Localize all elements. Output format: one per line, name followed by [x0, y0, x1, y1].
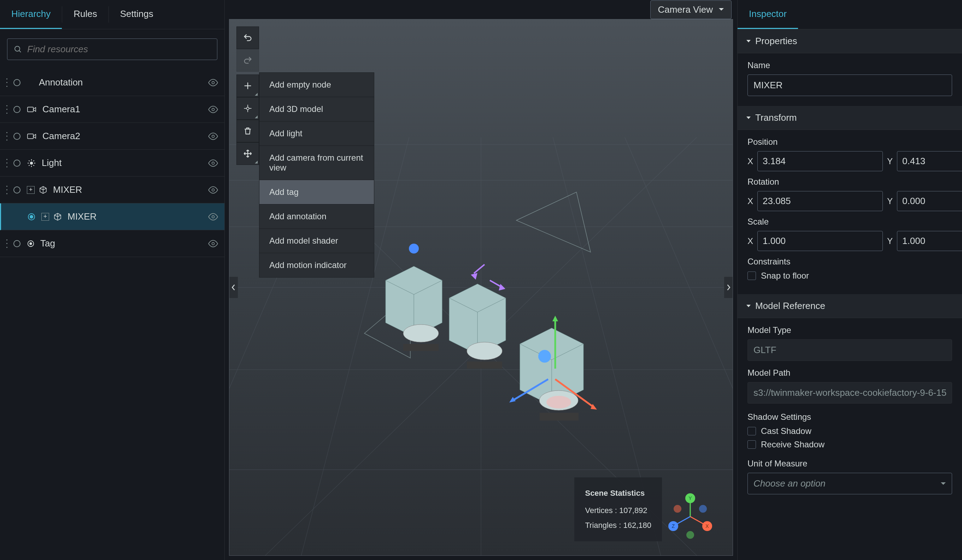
- menu-add-motion-indicator[interactable]: Add motion indicator: [260, 253, 374, 277]
- tree-item-mixer[interactable]: + MIXER: [0, 177, 224, 203]
- section-model-reference[interactable]: Model Reference: [738, 294, 962, 318]
- scale-y-input[interactable]: [897, 231, 962, 251]
- svg-point-35: [403, 325, 439, 342]
- cast-shadow-checkbox[interactable]: [747, 427, 756, 435]
- section-transform[interactable]: Transform: [738, 106, 962, 130]
- radio-unchecked[interactable]: [13, 133, 21, 140]
- hierarchy-tree: Annotation Camera1 Camera2: [0, 69, 224, 560]
- inspector-panel: Inspector Properties Name Transform Posi…: [737, 0, 962, 560]
- visibility-icon[interactable]: [208, 212, 218, 222]
- stats-title: Scene Statistics: [585, 486, 651, 500]
- camera-icon: [27, 133, 37, 140]
- svg-point-0: [15, 46, 20, 51]
- camera-icon: [27, 106, 37, 113]
- drag-handle-icon[interactable]: [6, 240, 9, 248]
- radio-unchecked[interactable]: [13, 159, 21, 167]
- svg-rect-38: [467, 362, 502, 369]
- drag-handle-icon[interactable]: [6, 186, 9, 194]
- tree-item-light[interactable]: Light: [0, 150, 224, 177]
- camera-view-dropdown[interactable]: Camera View: [650, 0, 731, 19]
- rotation-label: Rotation: [747, 177, 952, 187]
- section-properties[interactable]: Properties: [738, 29, 962, 53]
- menu-add-empty-node[interactable]: Add empty node: [260, 73, 374, 97]
- receive-shadow-label: Receive Shadow: [761, 439, 825, 449]
- svg-text:X: X: [705, 523, 709, 529]
- delete-button[interactable]: [236, 120, 259, 142]
- menu-add-camera[interactable]: Add camera from current view: [260, 146, 374, 180]
- model-type-field: [747, 340, 952, 361]
- menu-add-tag[interactable]: Add tag: [260, 180, 374, 204]
- chevron-down-icon: [718, 8, 724, 11]
- drag-handle-icon[interactable]: [6, 132, 9, 140]
- orientation-gizmo[interactable]: Y X Z: [665, 492, 715, 541]
- collapse-left-button[interactable]: [229, 277, 238, 298]
- object-tool-button[interactable]: [236, 97, 259, 120]
- redo-button[interactable]: [236, 49, 259, 72]
- svg-point-16: [212, 162, 215, 164]
- position-x-input[interactable]: [757, 151, 883, 171]
- visibility-icon[interactable]: [208, 105, 218, 114]
- visibility-icon[interactable]: [208, 78, 218, 88]
- menu-add-3d-model[interactable]: Add 3D model: [260, 97, 374, 121]
- model-icon: [53, 212, 62, 221]
- drag-handle-icon[interactable]: [6, 105, 9, 114]
- collapse-right-button[interactable]: [724, 277, 733, 298]
- radio-unchecked[interactable]: [13, 240, 21, 247]
- tree-item-mixer-selected[interactable]: + MIXER: [0, 203, 224, 230]
- svg-line-1: [19, 50, 21, 52]
- viewport-3d[interactable]: Add empty node Add 3D model Add light Ad…: [229, 19, 733, 556]
- scale-x-input[interactable]: [757, 231, 883, 251]
- tree-item-tag[interactable]: Tag: [0, 230, 224, 257]
- search-input[interactable]: [27, 44, 211, 55]
- snap-to-floor-checkbox[interactable]: [747, 272, 756, 280]
- rotation-y-input[interactable]: [897, 191, 962, 211]
- unit-of-measure-select[interactable]: Choose an option: [747, 473, 952, 494]
- svg-point-51: [247, 107, 249, 110]
- visibility-icon[interactable]: [208, 239, 218, 249]
- svg-point-65: [686, 531, 694, 539]
- search-box[interactable]: [7, 39, 217, 60]
- receive-shadow-checkbox[interactable]: [747, 440, 756, 449]
- drag-handle-icon[interactable]: [6, 159, 9, 167]
- tree-item-camera1[interactable]: Camera1: [0, 96, 224, 123]
- svg-point-18: [212, 216, 215, 218]
- snap-to-floor-label: Snap to floor: [761, 271, 809, 281]
- chevron-down-icon: [941, 482, 946, 486]
- visibility-icon[interactable]: [208, 185, 218, 195]
- add-context-menu: Add empty node Add 3D model Add light Ad…: [259, 72, 374, 278]
- visibility-icon[interactable]: [208, 158, 218, 168]
- tag-icon: [27, 240, 35, 248]
- menu-add-annotation[interactable]: Add annotation: [260, 204, 374, 229]
- svg-rect-44: [540, 413, 579, 420]
- tab-settings[interactable]: Settings: [109, 0, 165, 29]
- tree-item-annotation[interactable]: Annotation: [0, 69, 224, 96]
- name-input[interactable]: [747, 74, 952, 96]
- radio-unchecked[interactable]: [13, 106, 21, 113]
- rotation-x-input[interactable]: [757, 191, 883, 211]
- svg-point-43: [546, 396, 571, 409]
- tab-inspector[interactable]: Inspector: [738, 0, 798, 29]
- svg-point-6: [212, 135, 215, 137]
- tree-item-camera2[interactable]: Camera2: [0, 123, 224, 150]
- model-path-label: Model Path: [747, 368, 952, 378]
- radio-checked[interactable]: [28, 213, 35, 220]
- svg-point-20: [30, 243, 32, 245]
- tab-rules[interactable]: Rules: [62, 0, 108, 29]
- radio-unchecked[interactable]: [13, 79, 21, 86]
- menu-add-model-shader[interactable]: Add model shader: [260, 229, 374, 253]
- expand-icon[interactable]: +: [27, 186, 35, 194]
- radio-unchecked[interactable]: [13, 187, 21, 193]
- drag-handle-icon[interactable]: [6, 78, 9, 87]
- svg-point-37: [467, 342, 502, 360]
- expand-icon[interactable]: +: [41, 213, 49, 220]
- name-label: Name: [747, 60, 952, 70]
- undo-button[interactable]: [236, 26, 259, 49]
- visibility-icon[interactable]: [208, 131, 218, 141]
- move-tool-button[interactable]: [236, 142, 259, 165]
- tab-hierarchy[interactable]: Hierarchy: [0, 0, 62, 29]
- add-button[interactable]: [236, 74, 259, 97]
- stats-vertices: 107,892: [619, 506, 647, 515]
- menu-add-light[interactable]: Add light: [260, 121, 374, 146]
- position-y-input[interactable]: [897, 151, 962, 171]
- svg-point-21: [212, 242, 215, 245]
